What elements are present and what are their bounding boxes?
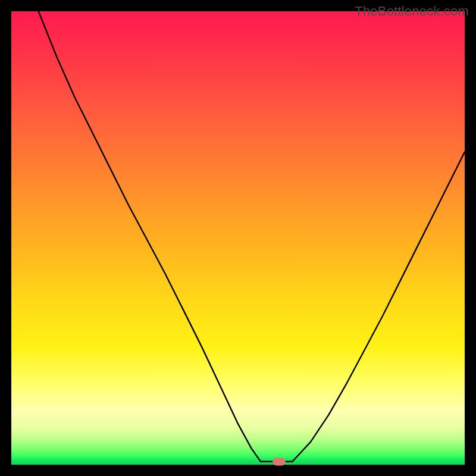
plot-area-outer [11, 11, 465, 465]
bottleneck-minimum-marker [273, 458, 286, 465]
bottleneck-curve-path [39, 11, 465, 462]
chart-frame: TheBottleneck.com [0, 0, 476, 476]
watermark-text: TheBottleneck.com [355, 4, 469, 19]
bottleneck-curve-svg [11, 11, 465, 465]
